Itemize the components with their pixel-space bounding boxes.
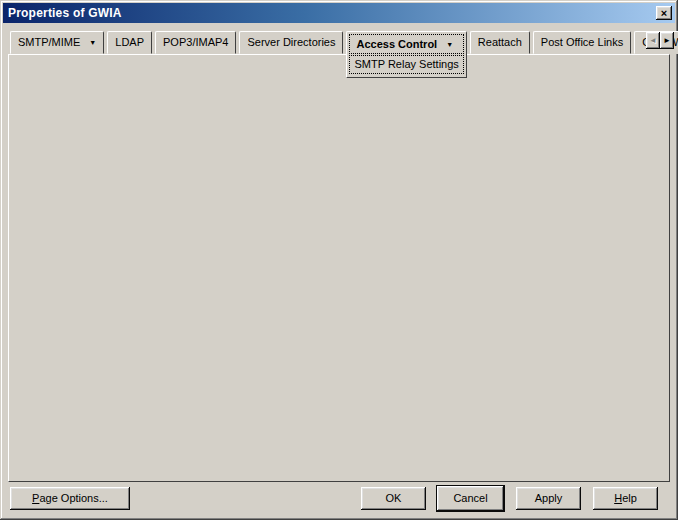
ok-button[interactable]: OK xyxy=(361,487,426,510)
cancel-button[interactable]: Cancel xyxy=(437,486,504,511)
tab-content-panel xyxy=(8,54,670,482)
tab-server-directories[interactable]: Server Directories xyxy=(239,31,343,54)
scroll-right-icon[interactable]: ► xyxy=(660,32,674,49)
tab-pop3-imap4[interactable]: POP3/IMAP4 xyxy=(155,31,236,54)
help-button[interactable]: Help xyxy=(593,487,658,510)
chevron-down-icon: ▼ xyxy=(446,41,453,48)
page-options-button[interactable]: Page Options... xyxy=(10,487,130,510)
tab-label: Server Directories xyxy=(247,36,335,48)
tab-label: SMTP/MIME xyxy=(18,36,80,48)
tab-ldap[interactable]: LDAP xyxy=(107,31,152,54)
apply-button[interactable]: Apply xyxy=(516,487,581,510)
tab-label: Post Office Links xyxy=(541,36,623,48)
properties-dialog: Properties of GWIA × SMTP/MIME▼ LDAP POP… xyxy=(0,0,678,520)
chevron-down-icon: ▼ xyxy=(89,39,96,46)
tab-label: LDAP xyxy=(115,36,144,48)
tab-label: Reattach xyxy=(478,36,522,48)
tab-scroll-buttons: ◄ ► xyxy=(646,32,674,49)
tab-post-office-links[interactable]: Post Office Links xyxy=(533,31,631,54)
tab-strip: SMTP/MIME▼ LDAP POP3/IMAP4 Server Direct… xyxy=(10,31,678,78)
title-bar[interactable]: Properties of GWIA × xyxy=(3,3,675,23)
window-title: Properties of GWIA xyxy=(8,6,122,20)
tab-access-control-label: Access Control▼ xyxy=(349,34,463,54)
tab-smtp-mime[interactable]: SMTP/MIME▼ xyxy=(10,31,104,54)
scroll-left-icon: ◄ xyxy=(646,32,660,49)
tab-label: POP3/IMAP4 xyxy=(163,36,228,48)
tab-reattach[interactable]: Reattach xyxy=(470,31,530,54)
tab-access-control[interactable]: Access Control▼ SMTP Relay Settings xyxy=(346,31,466,78)
close-icon[interactable]: × xyxy=(656,6,672,20)
tab-subpage-smtp-relay-settings[interactable]: SMTP Relay Settings xyxy=(349,55,463,74)
